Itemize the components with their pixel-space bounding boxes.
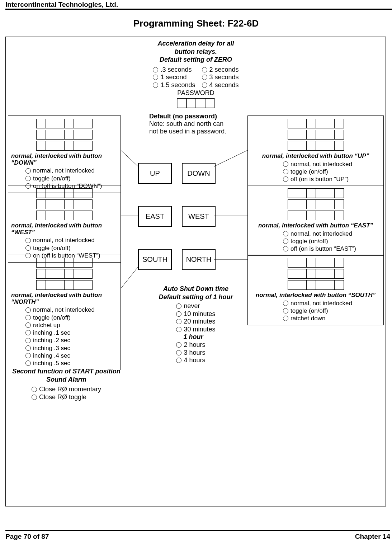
panel-up: normal, interlocked with button “DOWN” n…	[8, 115, 121, 193]
second-fn-title2: Sound Alarm	[9, 376, 124, 384]
asd-title1: Auto Shut Down time	[6, 285, 386, 293]
accel-line1: Acceleration delay for all	[6, 39, 386, 48]
radio-icon	[176, 350, 181, 355]
radio-icon	[25, 176, 31, 181]
asd-opt[interactable]: 3 hours	[176, 349, 215, 357]
radio-icon	[32, 395, 37, 400]
button-down[interactable]: DOWN	[182, 163, 216, 184]
panel-down-title: normal, interlocked with button “UP”	[251, 153, 381, 160]
radio-icon	[153, 82, 158, 88]
radio-icon	[283, 246, 288, 251]
second-function: Second function of START position Sound …	[9, 367, 124, 401]
main-frame: Acceleration delay for all button relays…	[5, 37, 386, 506]
panel-west: normal, interlocked with button “EAST” n…	[247, 185, 384, 256]
company-name: Intercontinental Technologies, Ltd.	[5, 1, 118, 9]
accel-opt[interactable]: 4 seconds	[202, 81, 239, 89]
radio-icon	[283, 161, 288, 167]
radio-icon	[153, 67, 158, 72]
panel-opt[interactable]: toggle (on/off)	[25, 244, 118, 252]
panel-east-title: normal, interlocked with button “WEST”	[11, 222, 118, 236]
panel-opt[interactable]: toggle (on/off)	[283, 237, 381, 245]
radio-icon	[176, 358, 181, 363]
page-title: Programming Sheet: F22-6D	[0, 18, 392, 29]
radio-icon	[176, 311, 181, 317]
accel-opt[interactable]: 1 second	[153, 74, 195, 81]
password-label: PASSWORD	[6, 89, 386, 97]
asd-opt[interactable]: never	[176, 302, 215, 310]
asd-opt[interactable]: 1 hour	[176, 333, 215, 341]
asd-opt[interactable]: 2 hours	[176, 341, 215, 349]
chapter-label: Chapter 14	[355, 533, 390, 541]
radio-icon	[283, 169, 288, 174]
radio-icon	[176, 342, 181, 348]
panel-opt[interactable]: normal, not interlocked	[25, 236, 118, 244]
asd-opt[interactable]: 4 hours	[176, 357, 215, 364]
accel-opt[interactable]: 2 seconds	[202, 66, 239, 74]
accel-line3: Default setting of ZERO	[6, 56, 386, 64]
accel-opt[interactable]: 1.5 seconds	[153, 81, 195, 89]
radio-icon	[25, 238, 31, 243]
asd-block: Auto Shut Down time Default setting of 1…	[6, 285, 386, 364]
panel-opt[interactable]: off (on is button “UP”)	[283, 175, 381, 183]
asd-title2: Default setting of 1 hour	[6, 293, 386, 301]
button-east[interactable]: EAST	[138, 206, 172, 227]
panel-opt[interactable]: toggle (on/off)	[283, 168, 381, 175]
button-west[interactable]: WEST	[182, 206, 216, 227]
second-fn-opt[interactable]: Close RØ momentary	[32, 386, 101, 393]
svg-line-0	[121, 150, 138, 166]
panel-down: normal, interlocked with button “UP” nor…	[247, 115, 384, 186]
button-up[interactable]: UP	[138, 163, 172, 184]
radio-icon	[283, 176, 288, 182]
second-fn-opt[interactable]: Close RØ toggle	[32, 393, 101, 401]
svg-line-1	[214, 150, 247, 166]
password-note: Default (no password) Note: south and no…	[149, 113, 242, 135]
button-south[interactable]: SOUTH	[138, 249, 172, 270]
panel-opt[interactable]: normal, not interlocked	[283, 230, 381, 237]
radio-icon	[202, 82, 207, 88]
page-number: Page 70 of 87	[5, 533, 49, 541]
button-north[interactable]: NORTH	[182, 249, 216, 270]
radio-icon	[283, 231, 288, 236]
radio-icon	[176, 303, 181, 309]
panel-up-title: normal, interlocked with button “DOWN”	[11, 153, 118, 166]
radio-icon	[25, 245, 31, 251]
radio-icon	[25, 168, 31, 174]
accel-opt[interactable]: 3 seconds	[202, 74, 239, 81]
asd-opt[interactable]: 30 minutes	[176, 326, 215, 334]
panel-opt[interactable]: normal, not interlocked	[283, 160, 381, 168]
panel-west-title: normal, interlocked with button “EAST”	[251, 222, 381, 229]
asd-opt[interactable]: 10 minutes	[176, 310, 215, 318]
panel-opt[interactable]: toggle (on/off)	[25, 175, 118, 182]
password-boxes[interactable]	[177, 98, 215, 108]
radio-icon	[153, 75, 158, 80]
panel-opt[interactable]: normal, not interlocked	[25, 167, 118, 174]
accel-block: Acceleration delay for all button relays…	[6, 39, 386, 89]
radio-icon	[176, 327, 181, 332]
accel-opt[interactable]: .3 seconds	[153, 66, 195, 74]
panel-east: normal, interlocked with button “WEST” n…	[8, 185, 121, 263]
accel-line2: button relays.	[6, 48, 386, 56]
footer-rule	[5, 530, 390, 531]
radio-icon	[32, 387, 37, 392]
asd-opt[interactable]: 20 minutes	[176, 318, 215, 326]
radio-icon	[202, 75, 207, 80]
radio-icon	[202, 67, 207, 72]
header-rule	[5, 9, 392, 10]
panel-opt[interactable]: off (on is button “EAST”)	[283, 245, 381, 253]
radio-icon	[176, 319, 181, 324]
second-fn-title1: Second function of START position	[9, 367, 124, 376]
radio-icon	[283, 239, 288, 244]
